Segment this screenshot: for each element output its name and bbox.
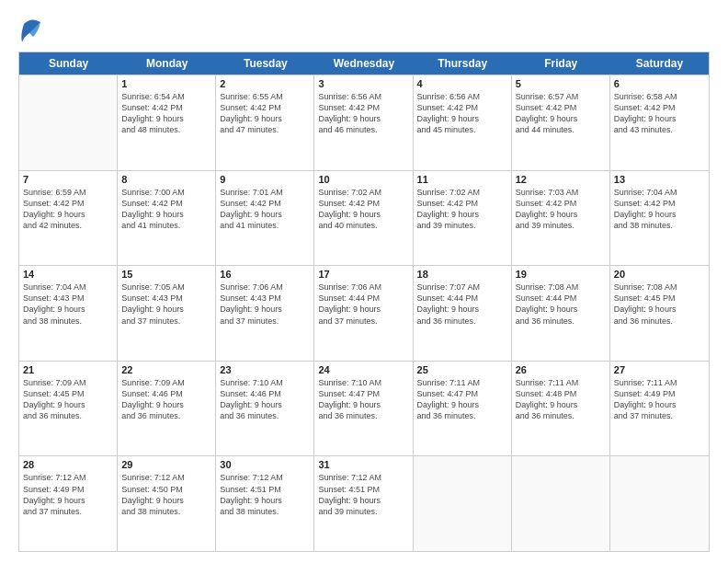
cal-cell: 28Sunrise: 7:12 AMSunset: 4:49 PMDayligh… [19,456,118,551]
day-number: 20 [614,269,705,280]
cell-line: Sunset: 4:49 PM [23,484,113,495]
calendar-header: SundayMondayTuesdayWednesdayThursdayFrid… [19,52,709,75]
cell-line: Daylight: 9 hours [614,209,705,220]
cell-line: Daylight: 9 hours [23,304,113,315]
calendar: SundayMondayTuesdayWednesdayThursdayFrid… [18,52,710,552]
cell-line: Daylight: 9 hours [614,304,705,315]
cell-line: and 47 minutes. [220,124,310,135]
day-number: 6 [614,78,705,89]
day-number: 5 [516,78,606,89]
cell-line: Sunrise: 7:06 AM [318,282,408,293]
day-number: 28 [23,459,113,470]
cal-cell: 24Sunrise: 7:10 AMSunset: 4:47 PMDayligh… [314,362,413,456]
cal-cell [414,456,512,551]
day-number: 15 [121,269,211,280]
cell-line: Sunrise: 7:11 AM [614,377,705,388]
page: SundayMondayTuesdayWednesdayThursdayFrid… [0,0,728,563]
cell-line: Sunset: 4:42 PM [318,102,408,113]
cell-line: Sunrise: 7:12 AM [121,472,211,483]
cell-line: and 36 minutes. [516,316,606,327]
cell-line: and 41 minutes. [121,220,211,231]
cal-cell [19,75,118,170]
cal-cell: 11Sunrise: 7:02 AMSunset: 4:42 PMDayligh… [414,171,512,266]
cell-line: Sunset: 4:43 PM [23,293,113,304]
cell-line: and 36 minutes. [614,316,705,327]
cell-line: Sunrise: 7:04 AM [614,187,705,198]
cell-line: Sunrise: 6:58 AM [614,91,705,102]
cell-line: and 37 minutes. [23,506,113,517]
day-header-friday: Friday [512,52,610,75]
week-row-0: 1Sunrise: 6:54 AMSunset: 4:42 PMDaylight… [19,75,709,170]
day-number: 8 [121,174,211,185]
day-number: 1 [121,78,211,89]
cal-cell: 21Sunrise: 7:09 AMSunset: 4:45 PMDayligh… [19,362,118,456]
cell-line: Daylight: 9 hours [318,399,408,410]
logo-icon [20,17,42,42]
cal-cell [610,456,709,551]
cell-line: Daylight: 9 hours [220,399,310,410]
cell-line: Sunrise: 6:56 AM [318,91,408,102]
cell-line: Sunset: 4:46 PM [121,388,211,399]
cal-cell: 31Sunrise: 7:12 AMSunset: 4:51 PMDayligh… [314,456,413,551]
cell-line: Sunrise: 7:07 AM [417,282,507,293]
cell-line: and 38 minutes. [121,506,211,517]
cell-line: Daylight: 9 hours [614,399,705,410]
cell-line: Daylight: 9 hours [417,304,507,315]
cell-line: Sunset: 4:49 PM [614,388,705,399]
cal-cell: 12Sunrise: 7:03 AMSunset: 4:42 PMDayligh… [512,171,610,266]
day-header-thursday: Thursday [414,52,512,75]
day-number: 29 [121,459,211,470]
cell-line: Sunset: 4:42 PM [23,198,113,209]
cal-cell: 7Sunrise: 6:59 AMSunset: 4:42 PMDaylight… [19,171,118,266]
cell-line: and 38 minutes. [220,506,310,517]
cell-line: Sunrise: 7:09 AM [23,377,113,388]
week-row-4: 28Sunrise: 7:12 AMSunset: 4:49 PMDayligh… [19,455,709,551]
cell-line: Daylight: 9 hours [516,113,606,124]
day-number: 10 [318,174,408,185]
cell-line: Sunset: 4:46 PM [220,388,310,399]
cell-line: and 40 minutes. [318,220,408,231]
cell-line: Sunset: 4:51 PM [318,484,408,495]
cell-line: Sunset: 4:47 PM [318,388,408,399]
cell-line: Sunrise: 7:11 AM [417,377,507,388]
cell-line: Sunset: 4:42 PM [516,198,606,209]
cell-line: Daylight: 9 hours [417,399,507,410]
cal-cell: 4Sunrise: 6:56 AMSunset: 4:42 PMDaylight… [414,75,512,170]
cell-line: and 36 minutes. [23,410,113,421]
cell-line: Daylight: 9 hours [516,399,606,410]
week-row-3: 21Sunrise: 7:09 AMSunset: 4:45 PMDayligh… [19,361,709,456]
cell-line: Daylight: 9 hours [318,113,408,124]
day-number: 3 [318,78,408,89]
cell-line: Sunset: 4:48 PM [516,388,606,399]
cell-line: Sunrise: 7:08 AM [614,282,705,293]
cal-cell: 9Sunrise: 7:01 AMSunset: 4:42 PMDaylight… [216,171,314,266]
day-number: 11 [417,174,507,185]
logo [18,17,42,44]
cell-line: and 37 minutes. [614,410,705,421]
cell-line: Daylight: 9 hours [220,304,310,315]
cell-line: Sunrise: 6:59 AM [23,187,113,198]
cell-line: and 45 minutes. [417,124,507,135]
cell-line: Daylight: 9 hours [516,304,606,315]
cell-line: Daylight: 9 hours [121,495,211,506]
cell-line: Daylight: 9 hours [121,399,211,410]
cell-line: Daylight: 9 hours [318,495,408,506]
cal-cell: 6Sunrise: 6:58 AMSunset: 4:42 PMDaylight… [610,75,709,170]
week-row-2: 14Sunrise: 7:04 AMSunset: 4:43 PMDayligh… [19,265,709,361]
header [18,17,710,44]
cal-cell: 14Sunrise: 7:04 AMSunset: 4:43 PMDayligh… [19,266,118,361]
cal-cell: 1Sunrise: 6:54 AMSunset: 4:42 PMDaylight… [118,75,216,170]
day-number: 19 [516,269,606,280]
cell-line: Sunset: 4:42 PM [121,198,211,209]
cal-cell: 5Sunrise: 6:57 AMSunset: 4:42 PMDaylight… [512,75,610,170]
day-header-tuesday: Tuesday [216,52,314,75]
cell-line: and 36 minutes. [220,410,310,421]
cell-line: Sunset: 4:42 PM [614,102,705,113]
cell-line: Sunrise: 7:09 AM [121,377,211,388]
cell-line: and 41 minutes. [220,220,310,231]
day-number: 14 [23,269,113,280]
day-number: 30 [220,459,310,470]
cell-line: Daylight: 9 hours [121,209,211,220]
cell-line: Sunset: 4:47 PM [417,388,507,399]
cell-line: Sunrise: 7:10 AM [220,377,310,388]
